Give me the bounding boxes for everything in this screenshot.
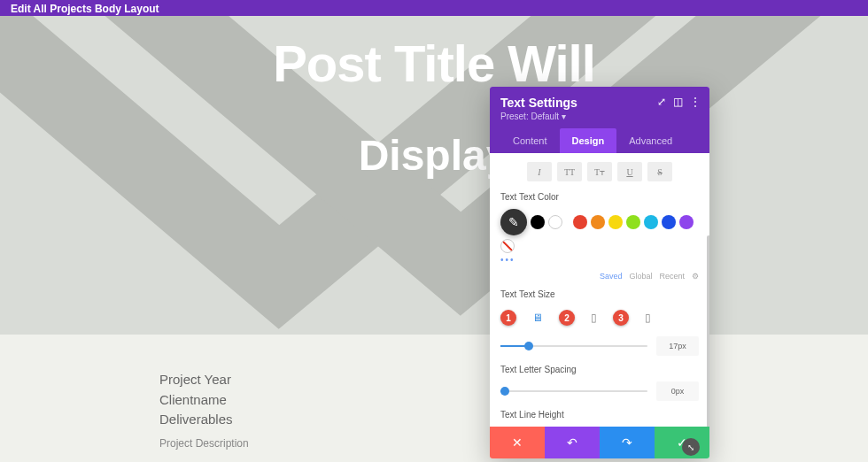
section-text-size: Text Text Size	[500, 289, 699, 299]
color-swatch[interactable]	[548, 215, 562, 229]
expand-icon[interactable]: ⤢	[657, 96, 666, 108]
tablet-icon[interactable]: ▯	[591, 312, 597, 324]
meta-line: Project Year	[159, 370, 249, 390]
panel-scrollbar[interactable]	[707, 235, 709, 430]
top-bar-title: Edit All Projects Body Layout	[11, 3, 159, 15]
color-swatch[interactable]	[626, 215, 640, 229]
italic-button[interactable]: I	[527, 162, 552, 181]
meta-line: Clientname	[159, 390, 249, 411]
colors-saved[interactable]: Saved	[600, 272, 623, 281]
color-swatch[interactable]	[662, 215, 676, 229]
settings-panel: Text Settings ⤢ ◫ ⋮ Preset: Default ▾ Co…	[490, 87, 709, 458]
tab-advanced[interactable]: Advanced	[616, 128, 685, 153]
colors-recent[interactable]: Recent	[659, 272, 685, 281]
top-bar: Edit All Projects Body Layout	[0, 0, 868, 16]
more-colors-icon[interactable]: •••	[500, 255, 699, 265]
cancel-button[interactable]: ✕	[490, 427, 545, 458]
section-text-color: Text Text Color	[500, 192, 699, 202]
gear-icon[interactable]: ⚙	[692, 272, 699, 281]
color-swatch[interactable]	[644, 215, 658, 229]
page-subtitle: Display	[0, 131, 868, 180]
tab-design[interactable]: Design	[560, 128, 617, 153]
badge-3: 3	[613, 310, 629, 326]
preset-label[interactable]: Preset: Default	[500, 112, 559, 121]
canvas: Post Title Will Display Project Year Cli…	[0, 16, 868, 462]
panel-body: I TT Tᴛ U S Text Text Color ✎	[490, 153, 709, 445]
page-title: Post Title Will	[0, 34, 868, 93]
color-swatch[interactable]	[608, 215, 623, 229]
kebab-icon[interactable]: ⋮	[690, 96, 701, 108]
underline-button[interactable]: U	[617, 162, 642, 181]
badge-2: 2	[559, 310, 575, 326]
colors-global[interactable]: Global	[629, 272, 652, 281]
panel-header[interactable]: Text Settings ⤢ ◫ ⋮ Preset: Default ▾ Co…	[490, 87, 709, 153]
phone-icon[interactable]: ▯	[645, 312, 651, 324]
meta-block: Project Year Clientname Deliverables Pro…	[159, 370, 249, 450]
active-color-swatch[interactable]: ✎	[500, 209, 527, 235]
text-size-slider[interactable]	[500, 345, 647, 347]
letter-spacing-value[interactable]: 0px	[656, 381, 699, 401]
badge-1: 1	[500, 310, 516, 326]
no-color-swatch[interactable]	[500, 239, 515, 253]
color-swatch[interactable]	[531, 215, 545, 229]
snap-icon[interactable]: ◫	[673, 96, 683, 108]
tab-content[interactable]: Content	[500, 128, 560, 153]
section-letter-spacing: Text Letter Spacing	[500, 365, 699, 374]
section-line-height: Text Line Height	[500, 410, 699, 420]
meta-description: Project Description	[159, 437, 249, 450]
strikethrough-button[interactable]: S	[647, 162, 672, 181]
desktop-icon[interactable]: 🖥	[532, 312, 543, 324]
redo-button[interactable]: ↷	[600, 427, 655, 458]
letter-spacing-slider[interactable]	[500, 390, 647, 392]
text-size-value[interactable]: 17px	[656, 336, 699, 356]
smallcaps-button[interactable]: Tᴛ	[587, 162, 612, 181]
meta-line: Deliverables	[159, 410, 249, 430]
uppercase-button[interactable]: TT	[557, 162, 582, 181]
undo-button[interactable]: ↶	[545, 427, 600, 458]
drag-handle-icon[interactable]: ⤡	[682, 438, 700, 456]
color-swatch[interactable]	[573, 215, 587, 229]
color-swatch[interactable]	[591, 215, 605, 229]
color-swatch[interactable]	[679, 215, 694, 229]
chevron-down-icon[interactable]: ▾	[562, 112, 566, 121]
